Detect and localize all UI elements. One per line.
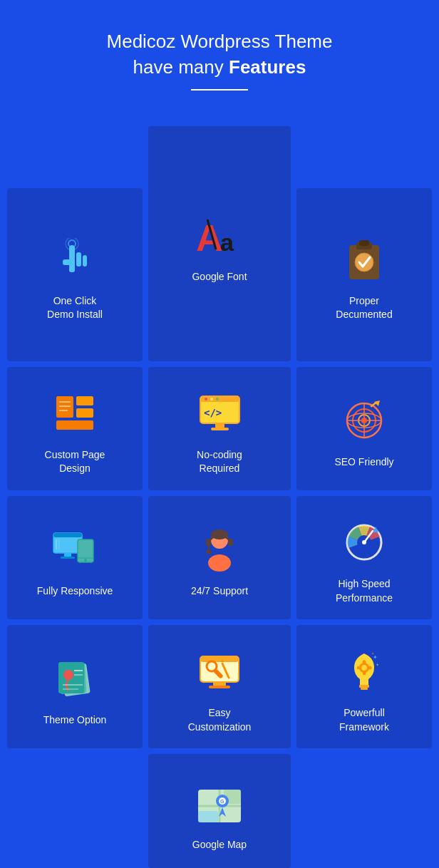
responsive-label: Fully Responsive	[37, 584, 113, 599]
svg-rect-41	[61, 557, 75, 559]
easy-custom-icon-container	[195, 646, 244, 696]
svg-rect-6	[83, 255, 87, 267]
custom-page-icon-container	[50, 388, 100, 438]
svg-rect-50	[206, 539, 211, 546]
high-speed-label: High SpeedPerformance	[336, 577, 393, 605]
svg-text:</>: </>	[204, 407, 222, 418]
easy-custom-label: EasyCustomization	[188, 706, 252, 734]
svg-rect-70	[209, 686, 230, 688]
google-font-icon: A a	[195, 214, 244, 257]
feature-support: 24/7 Support	[148, 496, 291, 619]
theme-option-label: Theme Option	[43, 713, 107, 728]
title-divider	[191, 89, 248, 91]
features-grid: A a Google Font	[0, 126, 439, 868]
custom-page-label: Custom PageDesign	[45, 448, 105, 476]
proper-doc-label: ProperDecumented	[336, 294, 392, 322]
google-font-icon-container: A a	[195, 210, 244, 260]
seo-icon	[343, 399, 386, 442]
no-coding-icon: </>	[197, 393, 243, 433]
svg-point-57	[362, 540, 366, 544]
easy-custom-icon	[197, 651, 242, 692]
feature-proper-doc: ProperDecumented	[296, 188, 432, 361]
no-coding-icon-container: </>	[195, 388, 244, 438]
feature-high-speed: High SpeedPerformance	[296, 496, 432, 619]
svg-rect-77	[361, 688, 368, 690]
svg-text:✦: ✦	[376, 663, 379, 667]
feature-google-map: G Google Map	[148, 754, 291, 868]
support-icon	[198, 527, 241, 572]
svg-rect-76	[359, 685, 369, 688]
one-click-label: One ClickDemo Install	[47, 294, 103, 322]
one-click-icon-container	[50, 234, 100, 284]
svg-rect-15	[76, 396, 93, 405]
spacer-bottom-right	[296, 754, 432, 868]
proper-doc-icon-container	[339, 234, 389, 284]
spacer-bottom-left	[7, 754, 143, 868]
svg-rect-40	[64, 553, 71, 557]
one-click-icon	[53, 238, 96, 281]
svg-rect-39	[53, 533, 82, 537]
page-title: Medicoz Wordpress Theme have many Featur…	[14, 29, 425, 81]
google-map-label: Google Map	[192, 838, 247, 852]
seo-icon-container	[339, 396, 389, 445]
svg-text:✦: ✦	[371, 651, 374, 656]
high-speed-icon	[343, 521, 386, 564]
no-coding-label: No-codingRequired	[197, 448, 242, 476]
feature-seo: SEO Friendly	[296, 367, 432, 490]
powerfull-label: PowerfullFramework	[339, 706, 389, 734]
feature-custom-page: Custom PageDesign	[7, 367, 143, 490]
svg-point-13	[355, 253, 373, 272]
spacer-top-right	[296, 126, 432, 182]
svg-rect-68	[200, 656, 239, 662]
feature-no-coding: </> No-codingRequired	[148, 367, 291, 490]
svg-rect-16	[76, 408, 93, 418]
svg-rect-81	[363, 672, 366, 675]
feature-easy-custom: EasyCustomization	[148, 625, 291, 748]
feature-fully-responsive: Fully Responsive	[7, 496, 143, 619]
custom-page-icon	[53, 393, 96, 433]
svg-point-44	[84, 559, 87, 562]
svg-text:G: G	[220, 799, 224, 804]
svg-rect-92	[198, 811, 218, 822]
svg-text:a: a	[220, 229, 234, 256]
support-icon-container	[195, 525, 244, 574]
powerfull-icon-container: ✦ ✦ ✦	[339, 646, 389, 696]
svg-rect-12	[359, 240, 369, 246]
google-font-label: Google Font	[192, 270, 247, 284]
svg-point-35	[361, 418, 367, 423]
seo-label: SEO Friendly	[334, 455, 393, 470]
svg-rect-5	[76, 252, 81, 267]
responsive-icon	[52, 529, 98, 569]
svg-rect-82	[357, 666, 360, 669]
google-map-icon: G	[197, 781, 243, 825]
theme-option-icon-container	[50, 653, 100, 703]
feature-google-font: A a Google Font	[148, 126, 291, 361]
svg-rect-51	[228, 539, 233, 546]
svg-point-49	[208, 554, 231, 572]
svg-point-79	[361, 665, 367, 671]
svg-rect-69	[213, 682, 226, 686]
high-speed-icon-container	[339, 517, 389, 567]
svg-point-23	[205, 398, 207, 401]
support-label: 24/7 Support	[191, 584, 248, 599]
svg-point-73	[210, 664, 214, 668]
responsive-icon-container	[50, 525, 100, 574]
google-map-icon-container: G	[195, 778, 244, 828]
powerfull-icon: ✦ ✦ ✦	[343, 649, 386, 693]
proper-doc-icon	[344, 238, 385, 281]
svg-rect-27	[215, 423, 224, 428]
svg-rect-17	[56, 420, 93, 430]
feature-one-click: One ClickDemo Install	[7, 188, 143, 361]
feature-theme-option: Theme Option	[7, 625, 143, 748]
spacer-top-left	[7, 126, 143, 182]
header: Medicoz Wordpress Theme have many Featur…	[0, 0, 439, 126]
theme-option-icon	[53, 658, 97, 699]
svg-rect-53	[206, 550, 212, 554]
svg-point-25	[216, 398, 219, 401]
svg-point-24	[210, 398, 213, 401]
svg-rect-7	[63, 259, 71, 265]
feature-powerfull: ✦ ✦ ✦ PowerfullFramework	[296, 625, 432, 748]
svg-rect-28	[211, 428, 229, 430]
page-container: Medicoz Wordpress Theme have many Featur…	[0, 0, 439, 868]
svg-point-62	[63, 670, 73, 680]
